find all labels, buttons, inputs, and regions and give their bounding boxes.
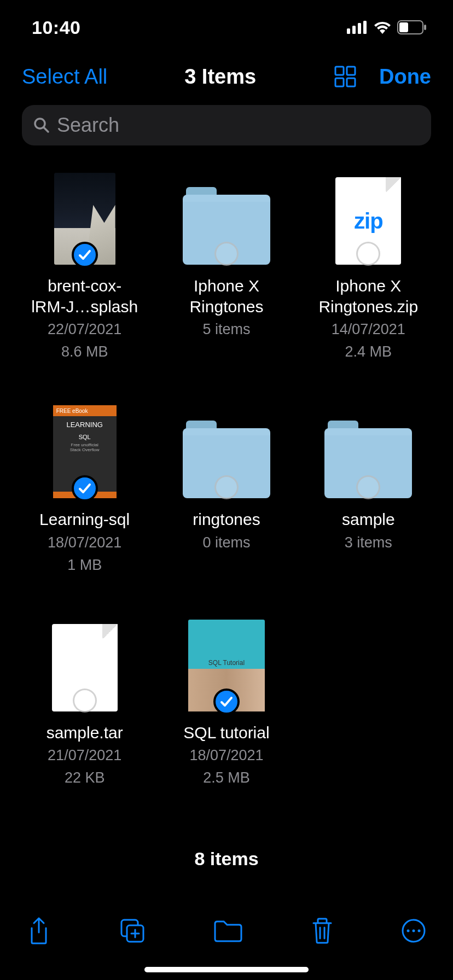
file-name: Learning-sql xyxy=(39,509,130,530)
status-icons xyxy=(347,20,427,34)
file-item[interactable]: Iphone XRingtones 5 items xyxy=(158,172,294,361)
svg-point-16 xyxy=(407,930,410,932)
home-indicator[interactable] xyxy=(144,967,309,972)
trash-icon[interactable] xyxy=(310,917,334,945)
total-items-label: 8 items xyxy=(0,848,453,870)
selected-check-icon[interactable] xyxy=(213,689,240,715)
svg-rect-1 xyxy=(352,26,356,34)
svg-rect-5 xyxy=(399,22,408,32)
done-button[interactable]: Done xyxy=(379,65,431,89)
file-name: Iphone XRingtones xyxy=(189,276,263,317)
cellular-icon xyxy=(347,21,368,34)
file-item[interactable]: sample.tar 21/07/2021 22 KB xyxy=(16,619,153,788)
file-date: 22/07/2021 xyxy=(48,320,121,339)
search-input[interactable]: Search xyxy=(22,105,431,145)
bottom-toolbar xyxy=(0,903,453,958)
selection-circle[interactable] xyxy=(356,242,380,266)
file-item[interactable]: sample 3 items xyxy=(300,405,437,575)
wifi-icon xyxy=(373,21,392,34)
share-icon[interactable] xyxy=(26,916,51,946)
search-placeholder: Search xyxy=(57,114,119,137)
svg-rect-0 xyxy=(347,28,350,34)
svg-point-18 xyxy=(418,930,421,932)
file-name: SQL tutorial xyxy=(183,722,269,743)
nav-bar: Select All 3 Items Done xyxy=(0,55,453,98)
svg-rect-6 xyxy=(424,25,426,30)
selection-circle[interactable] xyxy=(356,475,380,499)
file-date: 21/07/2021 xyxy=(48,746,121,765)
file-item[interactable]: SQL Tutorial SQL tutorial 18/07/2021 2.5… xyxy=(158,619,294,788)
svg-rect-2 xyxy=(358,23,361,34)
selection-circle[interactable] xyxy=(214,242,239,266)
selected-check-icon[interactable] xyxy=(72,475,98,501)
svg-rect-7 xyxy=(335,67,344,75)
move-folder-icon[interactable] xyxy=(213,918,243,943)
selection-circle[interactable] xyxy=(73,689,97,713)
file-date: 18/07/2021 xyxy=(189,746,263,765)
file-size: 8.6 MB xyxy=(61,342,108,361)
file-name: sample.tar xyxy=(47,722,123,743)
status-time: 10:40 xyxy=(32,17,80,38)
svg-rect-9 xyxy=(335,78,344,86)
view-grid-icon[interactable] xyxy=(333,65,357,89)
file-count: 5 items xyxy=(202,320,250,339)
status-bar: 10:40 xyxy=(0,0,453,55)
file-count: 0 items xyxy=(202,533,250,552)
duplicate-icon[interactable] xyxy=(118,917,147,945)
svg-rect-10 xyxy=(347,78,355,86)
file-item[interactable]: brent-cox-lRM-J…splash 22/07/2021 8.6 MB xyxy=(16,172,153,361)
file-date: 14/07/2021 xyxy=(332,320,405,339)
file-size: 2.5 MB xyxy=(203,768,250,788)
file-date: 18/07/2021 xyxy=(48,533,121,552)
svg-point-17 xyxy=(413,930,415,932)
file-grid: brent-cox-lRM-J…splash 22/07/2021 8.6 MB… xyxy=(0,150,453,788)
search-icon xyxy=(33,116,50,134)
select-all-button[interactable]: Select All xyxy=(22,65,107,89)
page-title: 3 Items xyxy=(184,65,256,89)
file-name: Iphone XRingtones.zip xyxy=(318,276,418,317)
file-count: 3 items xyxy=(345,533,392,552)
file-size: 22 KB xyxy=(65,768,105,788)
svg-line-12 xyxy=(44,127,48,132)
svg-rect-8 xyxy=(347,67,355,75)
file-name: ringtones xyxy=(193,509,260,530)
file-item[interactable]: zip Iphone XRingtones.zip 14/07/2021 2.4… xyxy=(300,172,437,361)
file-name: brent-cox-lRM-J…splash xyxy=(31,276,138,317)
battery-icon xyxy=(397,20,427,34)
selection-circle[interactable] xyxy=(214,475,239,499)
selected-check-icon[interactable] xyxy=(72,242,98,268)
more-icon[interactable] xyxy=(400,918,427,944)
file-name: sample xyxy=(342,509,395,530)
file-size: 1 MB xyxy=(67,556,102,575)
file-size: 2.4 MB xyxy=(345,342,392,361)
file-item[interactable]: FREE eBook LEARNING SQL Free unofficial … xyxy=(16,405,153,575)
file-item[interactable]: ringtones 0 items xyxy=(158,405,294,575)
svg-rect-3 xyxy=(363,21,367,34)
